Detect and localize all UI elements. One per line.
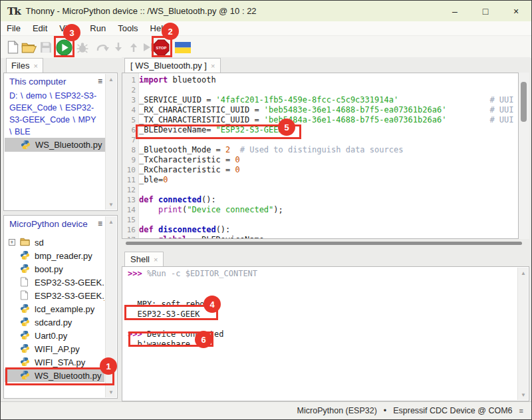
code-line-9: 9_TxCharacteristic = 0 — [122, 155, 518, 165]
ukraine-flag-icon — [175, 42, 191, 53]
save-file-button — [37, 39, 55, 56]
maximize-button[interactable]: □ — [470, 1, 501, 21]
new-file-button[interactable] — [4, 39, 21, 56]
file-item-wifi_ap.py[interactable]: WIFI_AP.py — [5, 342, 104, 355]
code-text: import bluetooth — [139, 75, 216, 85]
file-label: bmp_reader.py — [35, 251, 92, 261]
shell-tab-bar: Shell × — [122, 251, 530, 266]
this-computer-menu-icon[interactable]: ≡ — [98, 77, 102, 86]
line-number: 1 — [122, 75, 139, 85]
python-icon — [20, 317, 31, 327]
python-icon — [20, 357, 31, 367]
shell-scrollbar[interactable]: ▲ ▼ — [517, 268, 528, 400]
code-text: _TxCharacteristic = 0 — [139, 155, 240, 165]
code-line-1: 1import bluetooth — [122, 75, 518, 85]
menu-file[interactable]: File — [1, 22, 27, 35]
code-line-4: 4_RX_CHARACTERISTIC_UUID = 'beb5483e-36e… — [122, 105, 518, 115]
file-item-lcd_example.py[interactable]: lcd_example.py — [5, 302, 104, 315]
menu-tools[interactable]: Tools — [112, 22, 144, 35]
window-controls: – □ × — [440, 1, 531, 21]
scroll-down-icon[interactable]: ▼ — [518, 389, 529, 400]
file-item-esp32-s3-geek.bm[interactable]: ESP32-S3-GEEK.bm — [5, 276, 104, 289]
open-file-button[interactable] — [20, 39, 37, 56]
editor-horizontal-scrollbar[interactable] — [122, 240, 529, 248]
scroll-up-icon[interactable]: ▲ — [106, 74, 116, 85]
file-item-esp32-s3-geek.jpg[interactable]: ESP32-S3-GEEK.jpg — [5, 289, 104, 302]
line-number: 15 — [122, 215, 139, 225]
annotation-badge-4: 4 — [203, 296, 221, 313]
current-path[interactable]: D: \ demo \ ESP32-S3-GEEK_Code \ ESP32-S… — [9, 90, 101, 138]
shell-tab-close-icon[interactable]: × — [154, 256, 158, 264]
close-button[interactable]: × — [501, 1, 531, 21]
annotation-rect-bledevicename — [136, 124, 301, 139]
menu-edit[interactable]: Edit — [27, 22, 53, 35]
files-panel-tab[interactable]: Files × — [6, 58, 43, 73]
annotation-badge-6: 6 — [195, 331, 212, 348]
file-item-ws_bluetooth.py[interactable]: WS_Bluetooth.py — [5, 138, 106, 152]
ukraine-flag-button[interactable] — [174, 39, 192, 56]
file-item-sd[interactable]: +sd — [5, 236, 104, 249]
line-number: 14 — [122, 205, 139, 215]
scroll-up-icon[interactable]: ▲ — [106, 216, 116, 227]
file-item-sdcard.py[interactable]: sdcard.py — [5, 315, 104, 329]
python-icon — [20, 330, 31, 341]
python-icon — [20, 304, 31, 314]
line-number: 12 — [122, 185, 139, 195]
python-icon — [20, 250, 31, 261]
minimize-button[interactable]: – — [440, 1, 470, 21]
file-item-boot.py[interactable]: boot.py — [5, 262, 104, 276]
file-item-wifi_sta.py[interactable]: WIFI_STA.py — [5, 355, 104, 369]
code-text: global _BLEDeviceName — [139, 235, 264, 239]
resize-grip-icon[interactable]: ≡ — [519, 407, 523, 415]
code-editor[interactable]: 1import bluetooth23_SERVICE_UUID = '4faf… — [122, 73, 519, 239]
scrollbar-thumb[interactable] — [126, 242, 522, 245]
editor-tab-close-icon[interactable]: × — [211, 62, 215, 70]
code-text: _RX_CHARACTERISTIC_UUID = 'beb5483e-36e1… — [139, 105, 514, 115]
line-number: 11 — [122, 175, 139, 185]
file-label: Uart0.py — [35, 331, 67, 341]
title-bar: Tk Thonny - MicroPython device :: /WS_Bl… — [1, 1, 531, 21]
annotation-badge-2: 2 — [162, 23, 179, 40]
file-item-bmp_reader.py[interactable]: bmp_reader.py — [5, 249, 104, 262]
files-tab-label: Files — [11, 61, 29, 71]
line-number: 13 — [122, 195, 139, 205]
shell-line-5 — [128, 319, 257, 329]
step-over-icon — [96, 42, 109, 53]
menu-run[interactable]: Run — [84, 22, 112, 35]
scroll-down-icon[interactable]: ▼ — [106, 199, 116, 210]
file-label: WS_Bluetooth.py — [35, 140, 102, 150]
line-number: 9 — [122, 155, 139, 165]
scrollbar-thumb[interactable] — [521, 82, 527, 122]
window-title: Thonny - MicroPython device :: /WS_Bluet… — [26, 6, 257, 16]
step-into-icon — [113, 42, 124, 53]
python-icon — [20, 343, 31, 354]
annotation-rect-ws-bluetooth-file — [5, 367, 114, 385]
code-text: _TX_CHARACTERISTIC_UUID = 'beb5484a-36e1… — [139, 115, 514, 125]
code-text: def disconnected(): — [139, 225, 230, 235]
port-status[interactable]: Espressif CDC Device @ COM6 — [393, 406, 512, 415]
shell-tab[interactable]: Shell × — [124, 252, 164, 266]
file-label: boot.py — [35, 264, 63, 274]
code-text: _ble=0 — [139, 175, 168, 185]
editor-vertical-scrollbar[interactable] — [519, 73, 529, 239]
open-file-icon — [21, 42, 37, 53]
files-scrollbar[interactable]: ▲ ▼ — [105, 74, 116, 210]
code-line-15: 15 — [122, 215, 518, 225]
step-over-button — [94, 39, 111, 56]
interpreter-status[interactable]: MicroPython (ESP32) — [297, 406, 377, 415]
expander-plus-icon[interactable]: + — [9, 239, 15, 246]
code-text: print("Device connected"); — [139, 205, 283, 215]
scroll-down-icon[interactable]: ▼ — [106, 387, 116, 397]
file-item-uart0.py[interactable]: Uart0.py — [5, 329, 104, 342]
code-line-11: 11_ble=0 — [122, 175, 518, 185]
micropython-device-menu-icon[interactable]: ≡ — [98, 219, 102, 228]
editor-tab-ws-bluetooth[interactable]: [ WS_Bluetooth.py ] × — [124, 58, 221, 73]
line-number: 16 — [122, 225, 139, 235]
code-text: def connected(): — [139, 195, 216, 205]
annotation-badge-3: 3 — [63, 24, 80, 41]
files-tab-close-icon[interactable]: × — [33, 62, 37, 70]
shell-line-2 — [128, 289, 257, 299]
scroll-up-icon[interactable]: ▲ — [518, 268, 529, 278]
editor-code-lines: 1import bluetooth23_SERVICE_UUID = '4faf… — [122, 75, 518, 239]
editor-tab-bar: [ WS_Bluetooth.py ] × — [122, 57, 530, 73]
